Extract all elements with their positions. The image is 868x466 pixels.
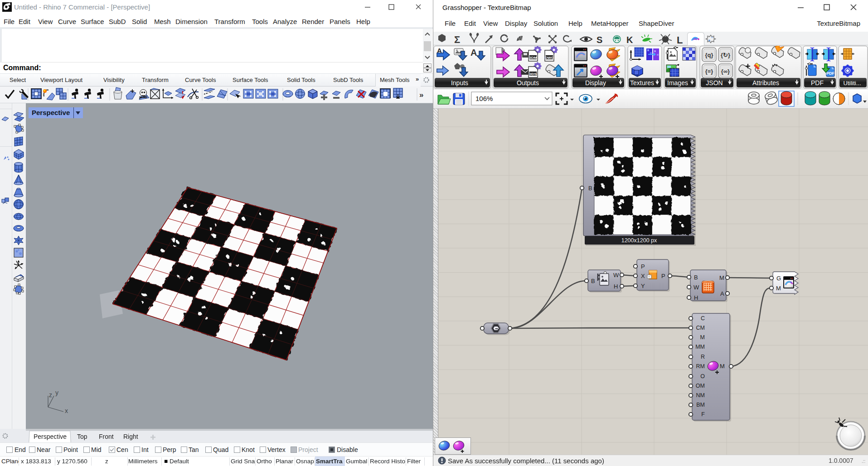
svg-text:M: M [720,363,725,370]
svg-text:x: x [65,407,68,414]
svg-text:MM: MM [695,344,705,350]
svg-text:P: P [641,263,645,270]
svg-text:R: R [701,354,705,360]
svg-text:106%: 106% [475,95,493,102]
svg-text:Textures: Textures [630,79,654,86]
svg-text:Σ: Σ [454,34,460,45]
svg-text:»: » [419,91,423,99]
svg-text:W: W [613,272,619,279]
svg-text:W: W [693,284,699,291]
svg-text:Display: Display [585,79,606,86]
svg-text:{q}: {q} [705,52,713,58]
svg-text:JSON: JSON [706,79,723,86]
svg-text:BM: BM [696,402,705,408]
svg-text:H: H [694,294,698,301]
svg-text:A: A [470,48,477,58]
svg-text:{∞}: {∞} [721,68,730,75]
svg-text:3DM: 3DM [529,56,537,60]
svg-text:1200x1200 px: 1200x1200 px [621,237,657,244]
svg-text:M: M [776,285,781,292]
svg-text:F: F [701,411,705,418]
svg-text:RM: RM [696,363,705,370]
svg-text:DWG: DWG [545,56,554,60]
svg-text:S: S [596,35,602,45]
svg-text:CM: CM [696,325,705,331]
svg-text:B: B [694,274,698,281]
svg-text:P: P [661,273,665,279]
svg-text:B: B [591,278,595,284]
svg-text:O: O [700,373,705,380]
svg-text:PDF: PDF [811,79,824,86]
svg-text:OM: OM [696,383,705,389]
svg-text:G: G [776,275,781,282]
svg-text:Inputs: Inputs [451,79,468,86]
svg-text:PDF: PDF [826,71,835,76]
svg-text:Utiliti...: Utiliti... [844,80,861,86]
svg-text:X: X [641,273,645,279]
svg-text:z: z [49,391,52,399]
svg-text:B: B [588,185,592,192]
svg-text:K: K [626,35,633,45]
svg-text:{≡}: {≡} [705,68,713,75]
svg-text:H: H [614,283,618,290]
svg-text:A: A [720,290,724,297]
svg-text:{↻}: {↻} [721,52,730,58]
svg-text:C: C [701,315,705,322]
svg-text:Y: Y [641,283,645,289]
svg-text:M: M [700,334,705,341]
svg-text:Outputs: Outputs [517,79,539,86]
svg-text:Attributes: Attributes [752,79,779,86]
svg-text:L: L [677,34,683,46]
svg-text:Images: Images [667,79,688,86]
svg-text:NM: NM [696,392,705,399]
svg-text:M: M [719,274,724,281]
svg-text:y: y [55,389,58,396]
svg-text:3DS: 3DS [529,72,537,76]
